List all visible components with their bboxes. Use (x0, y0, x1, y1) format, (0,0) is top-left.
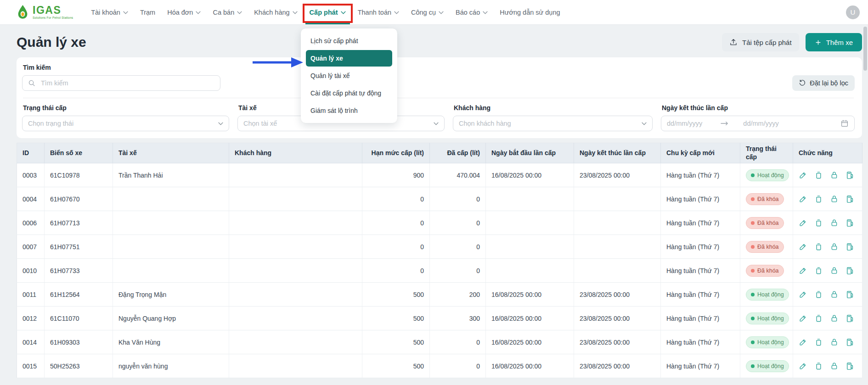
menu-item-cai-dat-cap-phat-tu-dong[interactable]: Cài đặt cấp phát tự động (301, 84, 397, 102)
chevron-down-icon (434, 122, 439, 125)
pencil-icon (799, 218, 807, 227)
search-input[interactable] (40, 79, 214, 87)
user-avatar[interactable]: U (846, 6, 860, 19)
lock-button[interactable] (830, 218, 839, 227)
cell-cycle: Hàng tuần (Thứ 7) (661, 354, 740, 378)
pencil-icon (799, 362, 807, 370)
nav-item-hoa-don[interactable]: Hóa đơn (161, 0, 207, 24)
select-khach-hang[interactable]: Chọn khách hàng (453, 116, 653, 131)
column-header: Trạng thái cấp (740, 143, 793, 163)
edit-button[interactable] (799, 266, 807, 275)
edit-button[interactable] (799, 314, 807, 323)
add-vehicle-button[interactable]: Thêm xe (806, 33, 862, 51)
delete-button[interactable] (814, 266, 823, 275)
cell-end (574, 235, 661, 259)
cell-status: Hoạt động (740, 283, 793, 307)
cell-cycle: Hàng tuần (Thứ 7) (661, 187, 740, 211)
fuel-button[interactable] (845, 266, 855, 275)
delete-button[interactable] (814, 362, 823, 370)
column-header: Chu kỳ cấp mới (661, 143, 740, 163)
cell-actions (793, 211, 862, 235)
fuel-button[interactable] (845, 290, 855, 299)
trash-icon (814, 338, 823, 346)
nav-item-tai-khoan[interactable]: Tài khoản (85, 0, 134, 24)
edit-button[interactable] (799, 195, 807, 203)
menu-item-quan-ly-tai-xe[interactable]: Quản lý tài xế (301, 67, 397, 84)
status-badge: Hoạt động (746, 169, 789, 181)
fuel-button[interactable] (845, 242, 855, 251)
lock-button[interactable] (830, 362, 839, 370)
edit-button[interactable] (799, 362, 807, 370)
fuel-pump-icon (845, 218, 855, 228)
date-range-ngay-ket-thuc-lan-cap[interactable]: dd/mm/yyyydd/mm/yyyy (661, 116, 855, 131)
delete-button[interactable] (814, 195, 823, 203)
reset-filters-button[interactable]: Đặt lại bộ lọc (792, 75, 855, 91)
lock-button[interactable] (830, 242, 839, 251)
edit-button[interactable] (799, 290, 807, 299)
search-label: Tìm kiếm (23, 64, 855, 71)
delete-button[interactable] (814, 218, 823, 227)
status-label: Hoạt động (757, 339, 784, 346)
menu-item-giam-sat-lo-trinh[interactable]: Giám sát lộ trình (301, 102, 397, 119)
edit-button[interactable] (799, 171, 807, 179)
fuel-button[interactable] (845, 195, 855, 204)
search-icon (28, 79, 36, 87)
nav-item-cap-phat[interactable]: Cấp phát (304, 0, 352, 24)
status-label: Đã khóa (757, 220, 779, 226)
nav-item-label: Hướng dẫn sử dụng (500, 9, 560, 16)
pencil-icon (799, 314, 807, 323)
scrollbar-thumb[interactable] (863, 27, 867, 71)
fuel-button[interactable] (845, 338, 855, 347)
nav-item-huong-dan-su-dung[interactable]: Hướng dẫn sử dụng (494, 0, 566, 24)
lock-button[interactable] (830, 338, 839, 346)
trash-icon (814, 266, 823, 275)
nav-item-ca-ban[interactable]: Ca bán (207, 0, 248, 24)
edit-button[interactable] (799, 218, 807, 227)
nav-item-tram[interactable]: Trạm (134, 0, 161, 24)
cell-limit: 0 (362, 187, 430, 211)
edit-button[interactable] (799, 242, 807, 251)
fuel-button[interactable] (845, 314, 855, 323)
cell-plate: 61H07670 (45, 187, 113, 211)
lock-button[interactable] (830, 290, 839, 299)
main-nav: Tài khoảnTrạmHóa đơnCa bánKhách hàngCấp … (85, 0, 566, 24)
fuel-button[interactable] (845, 171, 855, 180)
cell-dispensed: 0 (430, 354, 486, 378)
select-trang-thai-cap[interactable]: Chọn trạng thái (22, 116, 229, 131)
cell-status: Hoạt động (740, 307, 793, 330)
lock-button[interactable] (830, 266, 839, 275)
nav-item-thanh-toan[interactable]: Thanh toán (352, 0, 405, 24)
trash-icon (814, 242, 823, 251)
status-dot-icon (751, 364, 755, 368)
calendar-icon[interactable] (840, 119, 849, 128)
table-row: 000761H0775100Hàng tuần (Thứ 7)Đã khóa (17, 235, 862, 259)
cell-status: Đã khóa (740, 259, 793, 283)
cell-cycle: Hàng tuần (Thứ 7) (661, 283, 740, 307)
delete-button[interactable] (814, 338, 823, 346)
delete-button[interactable] (814, 290, 823, 299)
column-header: Chức năng (793, 143, 862, 163)
delete-button[interactable] (814, 314, 823, 323)
divider (23, 98, 854, 98)
cell-start: 16/08/2025 00:00 (486, 330, 574, 354)
upload-file-button[interactable]: Tải tệp cấp phát (722, 33, 799, 51)
cell-limit: 900 (362, 163, 430, 187)
fuel-button[interactable] (845, 218, 855, 228)
delete-button[interactable] (814, 242, 823, 251)
menu-item-lich-su-cap-phat[interactable]: Lịch sử cấp phát (301, 32, 397, 50)
menu-item-quan-ly-xe[interactable]: Quản lý xe (306, 50, 392, 67)
cell-limit: 0 (362, 211, 430, 235)
pencil-icon (799, 266, 807, 275)
nav-item-bao-cao[interactable]: Báo cáo (450, 0, 494, 24)
cell-limit: 500 (362, 354, 430, 378)
nav-item-khach-hang[interactable]: Khách hàng (248, 0, 303, 24)
nav-item-cong-cu[interactable]: Công cụ (405, 0, 450, 24)
lock-button[interactable] (830, 314, 839, 323)
date-end-placeholder: dd/mm/yyyy (743, 120, 778, 127)
table-row: 000361C10978Trần Thanh Hải900470.00416/0… (17, 163, 862, 187)
fuel-button[interactable] (845, 362, 855, 371)
lock-button[interactable] (830, 195, 839, 203)
lock-button[interactable] (830, 171, 839, 179)
delete-button[interactable] (814, 171, 823, 179)
edit-button[interactable] (799, 338, 807, 346)
